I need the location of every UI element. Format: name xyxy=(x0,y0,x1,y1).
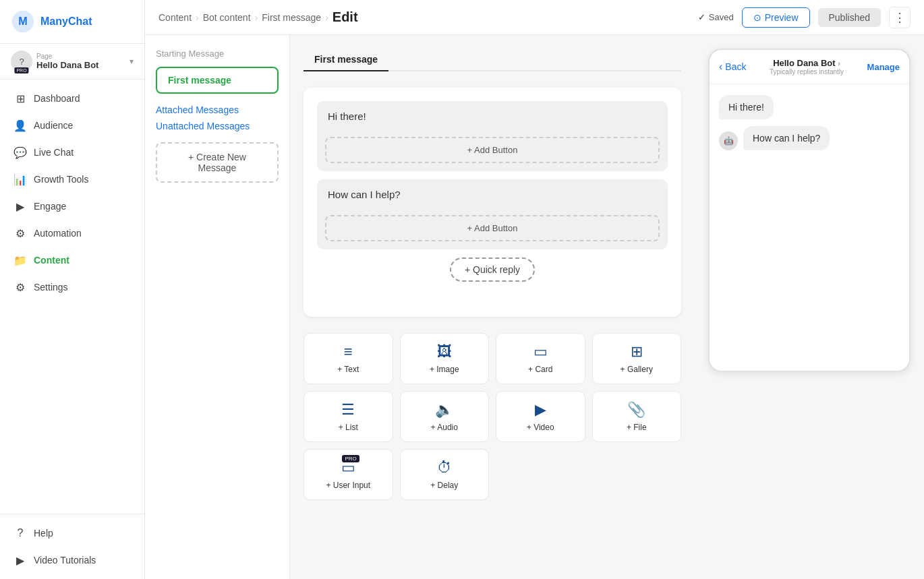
sidebar-item-automation[interactable]: ⚙ Automation xyxy=(0,220,144,247)
text-label: + Text xyxy=(337,365,359,374)
content-icon: 📁 xyxy=(13,253,27,267)
page-chevron-icon: ▾ xyxy=(129,57,134,66)
attached-messages-link[interactable]: Attached Messages xyxy=(156,104,279,115)
sidebar-item-content[interactable]: 📁 Content xyxy=(0,247,144,274)
gallery-icon-wrapper: ⊞ xyxy=(631,343,643,361)
page-info[interactable]: ? PRO Page Hello Dana Bot ▾ xyxy=(0,44,144,80)
audio-icon: 🔈 xyxy=(435,401,453,419)
growth-tools-icon: 📊 xyxy=(13,173,27,186)
starting-message-title: Starting Message xyxy=(156,49,279,59)
quick-reply-button[interactable]: + Quick reply xyxy=(450,257,535,282)
breadcrumb-bot-content[interactable]: Bot content xyxy=(203,12,251,23)
sidebar-item-label: Audience xyxy=(34,120,73,131)
image-label: + Image xyxy=(430,365,459,374)
card-label: + Card xyxy=(528,365,552,374)
image-icon-wrapper: 🖼 xyxy=(437,343,452,361)
sidebar: M ManyChat ? PRO Page Hello Dana Bot ▾ ⊞… xyxy=(0,0,145,579)
topbar-actions: ✓ Saved ⊙ Preview Published ⋮ xyxy=(698,7,911,28)
video-label: + Video xyxy=(527,423,554,432)
breadcrumb-edit: Edit xyxy=(333,9,358,25)
add-button-row-0[interactable]: + Add Button xyxy=(325,137,660,163)
sidebar-item-video-tutorials[interactable]: ▶ Video Tutorials xyxy=(0,547,144,574)
automation-icon: ⚙ xyxy=(13,226,27,240)
middle-panel: First message Hi there! + Add Button How… xyxy=(290,35,695,579)
pro-badge: PRO xyxy=(342,455,359,462)
sidebar-item-settings[interactable]: ⚙ Settings xyxy=(0,274,144,301)
message-text-0[interactable]: Hi there! xyxy=(317,101,668,131)
sidebar-item-label: Automation xyxy=(34,228,82,239)
audience-icon: 👤 xyxy=(13,119,27,132)
sidebar-item-label: Help xyxy=(34,528,53,539)
message-text-1[interactable]: How can I help? xyxy=(317,179,668,210)
phone-bot-name: Hello Dana Bot › xyxy=(770,58,844,68)
sidebar-item-growth-tools[interactable]: 📊 Growth Tools xyxy=(0,166,144,193)
toolbar-item-list[interactable]: ☰ + List xyxy=(304,391,393,442)
toolbar-grid: ≡ + Text 🖼 + Image ▭ + Card ⊞ + Gallery xyxy=(304,333,681,500)
card-icon-wrapper: ▭ xyxy=(533,343,548,361)
toolbar-item-audio[interactable]: 🔈 + Audio xyxy=(400,391,490,442)
sidebar-item-audience[interactable]: 👤 Audience xyxy=(0,112,144,139)
quick-reply-row: + Quick reply xyxy=(317,257,668,282)
published-button[interactable]: Published xyxy=(818,8,882,27)
help-icon: ? xyxy=(13,526,27,540)
phone-manage-button[interactable]: Manage xyxy=(867,62,900,72)
delay-icon: ⏱ xyxy=(437,459,452,477)
saved-indicator: ✓ Saved xyxy=(698,12,734,22)
check-icon: ✓ xyxy=(698,12,705,22)
nav-items: ⊞ Dashboard 👤 Audience 💬 Live Chat 📊 Gro… xyxy=(0,80,144,514)
toolbar-item-text[interactable]: ≡ + Text xyxy=(304,333,393,384)
image-icon: 🖼 xyxy=(437,343,452,361)
sidebar-item-live-chat[interactable]: 💬 Live Chat xyxy=(0,139,144,166)
text-icon: ≡ xyxy=(344,343,353,361)
sidebar-item-dashboard[interactable]: ⊞ Dashboard xyxy=(0,85,144,112)
list-icon-wrapper: ☰ xyxy=(341,401,355,419)
toolbar-item-image[interactable]: 🖼 + Image xyxy=(400,333,490,384)
more-options-button[interactable]: ⋮ xyxy=(889,7,911,28)
toolbar-item-video[interactable]: ▶ + Video xyxy=(496,391,585,442)
breadcrumb-first-message[interactable]: First message xyxy=(262,12,321,23)
phone-chevron-icon: › xyxy=(838,59,840,67)
phone-message-0: Hi there! xyxy=(719,95,774,119)
file-icon-wrapper: 📎 xyxy=(627,401,645,419)
live-chat-icon: 💬 xyxy=(13,146,27,159)
phone-back-button[interactable]: ‹ Back xyxy=(719,61,746,73)
message-block-0: Hi there! + Add Button xyxy=(317,101,668,171)
phone-bot-sub: Typically replies instantly xyxy=(770,68,844,75)
engage-icon: ▶ xyxy=(13,200,27,213)
toolbar-item-file[interactable]: 📎 + File xyxy=(592,391,682,442)
phone-msg-with-avatar-1: 🤖 How can I help? xyxy=(719,126,900,150)
sidebar-bottom: ? Help ▶ Video Tutorials xyxy=(0,514,144,579)
sidebar-item-engage[interactable]: ▶ Engage xyxy=(0,193,144,220)
phone-message-1: How can I help? xyxy=(743,126,830,150)
create-new-message-button[interactable]: + Create New Message xyxy=(156,142,279,183)
gallery-label: + Gallery xyxy=(620,365,653,374)
add-button-row-1[interactable]: + Add Button xyxy=(325,215,660,241)
toolbar-item-delay[interactable]: ⏱ + Delay xyxy=(400,449,490,500)
file-icon: 📎 xyxy=(627,401,645,419)
topbar: Content › Bot content › First message › … xyxy=(145,0,924,35)
user-input-label: + User Input xyxy=(326,481,370,490)
list-label: + List xyxy=(339,423,358,432)
toolbar-item-gallery[interactable]: ⊞ + Gallery xyxy=(592,333,682,384)
video-icon-wrapper: ▶ xyxy=(535,401,546,419)
unattached-messages-link[interactable]: Unattached Messages xyxy=(156,121,279,131)
message-canvas: Hi there! + Add Button How can I help? +… xyxy=(304,88,681,317)
sidebar-item-label: Live Chat xyxy=(34,147,74,158)
sidebar-item-label: Dashboard xyxy=(34,93,80,104)
sidebar-item-help[interactable]: ? Help xyxy=(0,520,144,547)
toolbar-item-card[interactable]: ▭ + Card xyxy=(496,333,585,384)
tab-first-message[interactable]: First message xyxy=(304,49,388,71)
brand-name: ManyChat xyxy=(40,16,92,28)
user-input-icon-wrapper: PRO ▭ xyxy=(341,459,355,477)
toolbar-item-user-input[interactable]: PRO ▭ + User Input xyxy=(304,449,393,500)
breadcrumb-content[interactable]: Content xyxy=(158,12,192,23)
phone-header: ‹ Back Hello Dana Bot › Typically replie… xyxy=(710,50,909,84)
left-panel: Starting Message First message Attached … xyxy=(145,35,290,579)
tab-bar: First message xyxy=(304,49,681,71)
page-label: Page xyxy=(36,53,125,60)
first-message-button[interactable]: First message xyxy=(156,67,279,94)
sidebar-item-label: Video Tutorials xyxy=(34,555,96,566)
phone-frame: ‹ Back Hello Dana Bot › Typically replie… xyxy=(708,49,911,372)
preview-button[interactable]: ⊙ Preview xyxy=(742,7,810,28)
card-icon: ▭ xyxy=(533,343,548,361)
